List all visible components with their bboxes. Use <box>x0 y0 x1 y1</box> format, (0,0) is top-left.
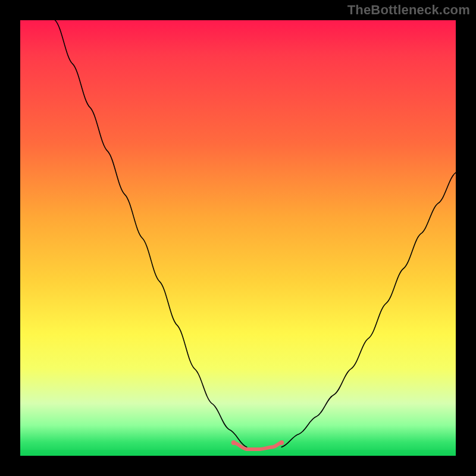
highlight-cap-left <box>231 440 236 445</box>
highlight-cap-right <box>279 440 284 445</box>
attribution-label: TheBottleneck.com <box>347 2 470 18</box>
bottleneck-curve <box>20 20 456 456</box>
curve-left-branch <box>55 20 247 447</box>
plot-area <box>20 20 456 456</box>
chart-frame: TheBottleneck.com <box>0 0 476 476</box>
curve-right-branch <box>281 173 456 447</box>
curve-valley-highlight <box>234 443 282 449</box>
